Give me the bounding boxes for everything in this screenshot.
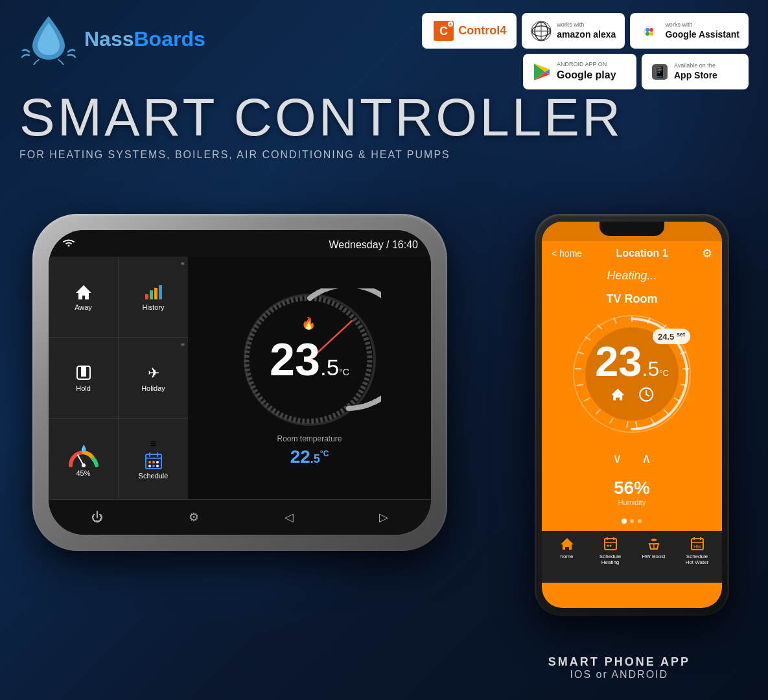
svg-point-35 [152,461,155,463]
svg-point-36 [156,461,159,463]
nav-schedule-label: Schedule Heating [599,554,621,565]
phone-heating-status: Heating... [542,266,722,286]
phone-temp-up[interactable]: ∧ [642,450,651,466]
temp-display: 🔥 23 .5 °C [239,288,381,467]
phone-page-dots [542,513,722,531]
phone-nav-home[interactable]: home [548,536,587,578]
phone-temp-down[interactable]: ∨ [612,450,622,466]
device-outer: Wednesday / 16:40 Away [32,214,447,551]
away-label: Away [75,303,92,311]
svg-point-12 [646,32,649,36]
phone-temp-unit: °C [659,365,669,382]
nav-home-icon [559,536,575,552]
screen-footer: ⏻ ⚙ ◁ ▷ [49,499,431,535]
nav-schedule-hw-icon: HW [690,536,705,552]
wifi-icon [62,238,76,251]
svg-point-39 [156,465,159,467]
svg-text:📱: 📱 [653,65,668,79]
phone-main-temp: 23 .5 °C [595,340,669,408]
svg-text:💧: 💧 [80,444,88,452]
phone-nav-bar: < home Location 1 ⚙ [542,241,722,266]
phone-temp-decimal: .5 [642,355,660,384]
svg-point-28 [82,463,86,467]
alexa-badge[interactable]: works with amazon alexa [522,13,625,49]
list-icon2: ≡ [181,341,185,348]
holiday-label: Holiday [141,384,165,392]
setpoint-value: 22 [290,447,310,467]
svg-point-11 [649,28,653,32]
nav-schedule-icon [603,536,618,552]
control4-badge[interactable]: C 4 Control4 [422,13,517,49]
phone-settings-button[interactable]: ⚙ [702,246,712,261]
svg-line-61 [577,384,583,386]
hold-icon [75,364,93,382]
google-play-badge[interactable]: ANDROID APP ON Google play [523,54,636,89]
phone-screen-area: < home Location 1 ⚙ Heating... TV Room [542,222,722,608]
list-icon3: ≡ [150,438,156,450]
settings-button[interactable]: ⚙ [179,507,209,528]
setpoint-temp: 22.5°C [290,447,329,467]
hold-button[interactable]: Hold [49,338,118,418]
phone-mode-icons [595,386,669,404]
temp-main: 23 .5 °C [270,337,349,383]
svg-text:C: C [439,25,448,38]
phone-nav-schedule-heating[interactable]: Schedule Heating [591,536,630,578]
svg-point-77 [607,545,609,547]
svg-rect-22 [154,288,157,299]
phone-arrows: ∨ ∧ [542,445,722,471]
humidity-button[interactable]: 💧 45% [49,419,118,499]
logo-area: NassBoards [19,13,205,65]
svg-point-9 [644,26,655,36]
phone-temp-ring: 24.5 set 23 .5 °C [567,309,697,439]
footer-app-info: SMART PHONE APP IOS or ANDROID [548,655,690,681]
app-label-2: IOS or ANDROID [548,669,690,681]
forward-button[interactable]: ▷ [369,507,398,528]
svg-line-63 [596,410,600,414]
back-button[interactable]: ◁ [275,507,303,528]
thermostat-screen: Wednesday / 16:40 Away [49,230,431,535]
logo-icon [19,13,78,65]
away-button[interactable]: Away [49,257,118,337]
phone-home-icon [610,386,625,404]
phone-temp-area: TV Room [542,286,722,445]
svg-line-59 [577,352,584,354]
home-icon [75,283,93,301]
app-store-text: Available on the App Store [674,62,717,82]
humidity-label: 45% [76,469,90,477]
phone-nav-hw-boost[interactable]: HW Boost [634,536,673,578]
holiday-icon: ✈ [145,364,163,382]
power-button[interactable]: ⏻ [82,508,113,528]
history-label: History [142,303,164,311]
phone-bottom-nav: home Schedule Heating [542,531,722,583]
svg-line-62 [584,398,590,401]
phone-back-button[interactable]: < home [552,248,582,259]
svg-line-65 [627,421,628,428]
svg-point-37 [148,465,151,467]
nav-hw-label: HW Boost [642,554,665,559]
main-title-area: SMART CONTROLLER FOR HEATING SYSTEMS, BO… [19,91,623,161]
phone-humidity-area: 56% Humidity [542,471,722,513]
datetime-display: Wednesday / 16:40 [329,239,418,251]
brand-name: NassBoards [84,27,205,51]
svg-line-55 [636,421,637,428]
svg-point-72 [638,519,642,523]
phone-humidity-label: Humidity [542,498,722,506]
room-temp-label: Room temperature [277,434,342,443]
alexa-text: works with amazon alexa [557,21,616,41]
svg-line-54 [651,418,654,423]
history-button[interactable]: ≡ History [119,257,188,337]
svg-point-71 [630,519,634,523]
holiday-button[interactable]: ≡ ✈ Holiday [119,338,188,418]
schedule-button[interactable]: ≡ [119,419,188,499]
phone-clock-icon [638,386,654,404]
thermostat-device: Wednesday / 16:40 Away [32,214,467,564]
phone-temp-value: 23 [595,340,642,382]
google-assistant-badge[interactable]: works with Google Assistant [630,13,749,49]
phone-nav-schedule-hot-water[interactable]: HW Schedule Hot Water [678,536,717,578]
nav-home-label: home [560,554,573,559]
svg-point-10 [646,28,649,32]
app-store-badge[interactable]: 📱 Available on the App Store [642,54,749,89]
phone-outer: < home Location 1 ⚙ Heating... TV Room [535,214,729,616]
screen-header: Wednesday / 16:40 [49,230,431,257]
svg-text:🔥: 🔥 [301,316,316,331]
